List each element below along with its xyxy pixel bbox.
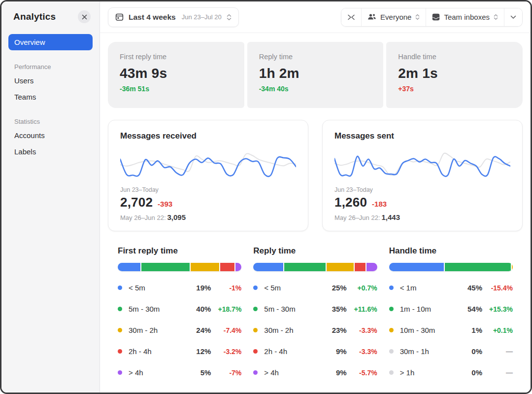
- sparkline-chart: [120, 149, 296, 180]
- bucket-percent: 0%: [460, 347, 482, 356]
- bucket-label: 5m - 30m: [264, 305, 324, 313]
- legend-row: 30m - 2h23%-3.3%: [253, 320, 377, 341]
- legend-row: 1m - 10m54%+15.3%: [389, 298, 513, 320]
- legend-row: < 5m19%-1%: [118, 277, 241, 298]
- bucket-percent: 1%: [460, 326, 482, 334]
- previous-period-value: 3,095: [167, 213, 186, 221]
- distribution-reply-time: Reply time < 5m25%+0.7%5m - 30m35%+11.6%…: [253, 246, 377, 383]
- date-range-button[interactable]: Last 4 weeks Jun 23–Jul 20: [108, 7, 239, 27]
- sidebar-item-teams[interactable]: Teams: [8, 89, 93, 105]
- content: First reply time 43m 9s -36m 51s Reply t…: [100, 33, 531, 393]
- distribution-bar: [253, 263, 377, 271]
- value-row: 1,260 -183: [334, 195, 510, 210]
- distribution-bar: [118, 263, 241, 271]
- bucket-delta: +15.3%: [482, 305, 513, 313]
- bucket-percent: 23%: [324, 326, 347, 334]
- bucket-label: > 4h: [129, 368, 188, 377]
- close-icon: [82, 14, 87, 20]
- distribution-title: Handle time: [389, 246, 513, 256]
- bucket-percent: 19%: [188, 284, 211, 292]
- sidebar-section-performance: Performance: [8, 58, 93, 72]
- bucket-label: 2h - 4h: [264, 347, 324, 356]
- legend-dot-icon: [118, 328, 122, 332]
- page-title: Analytics: [13, 11, 56, 22]
- more-filters-button[interactable]: [504, 8, 522, 26]
- legend-dot-icon: [253, 328, 258, 332]
- bucket-delta: -3.2%: [211, 348, 241, 356]
- distribution-legend: < 5m25%+0.7%5m - 30m35%+11.6%30m - 2h23%…: [253, 277, 377, 383]
- legend-dot-icon: [118, 307, 122, 311]
- legend-row: 2h - 4h9%-3.3%: [253, 341, 377, 362]
- legend-dot-icon: [389, 370, 394, 375]
- bar-segment: [141, 263, 189, 271]
- current-value: 2,702: [120, 195, 153, 210]
- bar-segment: [253, 263, 283, 271]
- date-range-label: Last 4 weeks: [129, 13, 176, 22]
- bar-segment: [366, 263, 377, 271]
- bucket-percent: 45%: [460, 284, 482, 292]
- current-period-label: Jun 23–Today: [334, 186, 510, 193]
- sidebar-item-labels[interactable]: Labels: [8, 143, 93, 160]
- calendar-icon: [115, 13, 124, 21]
- previous-period: May 26–Jun 22:3,095: [120, 213, 296, 221]
- metric-value: 2m 1s: [398, 66, 511, 81]
- date-range-dates: Jun 23–Jul 20: [182, 13, 222, 21]
- bucket-label: 30m - 1h: [400, 347, 460, 356]
- bucket-delta: +0.1%: [482, 326, 513, 334]
- legend-row: 10m - 30m1%+0.1%: [389, 320, 513, 341]
- legend-row: > 1h0%—: [389, 362, 513, 383]
- sidebar-section-statistics: Statistics: [8, 113, 93, 127]
- legend-row: 5m - 30m35%+11.6%: [253, 298, 377, 320]
- inbox-filter[interactable]: Team inboxes: [426, 8, 504, 26]
- distribution-first-reply-time: First reply time < 5m19%-1%5m - 30m40%+1…: [118, 246, 241, 383]
- card-title: Messages received: [120, 131, 296, 141]
- bucket-delta: -7%: [211, 369, 241, 377]
- metric-value: 43m 9s: [120, 66, 233, 81]
- distribution-legend: < 1m45%-15.4%1m - 10m54%+15.3%10m - 30m1…: [389, 277, 513, 383]
- legend-row: 2h - 4h12%-3.2%: [118, 341, 241, 362]
- bar-segment: [445, 263, 511, 271]
- topbar: Last 4 weeks Jun 23–Jul 20: [100, 1, 531, 33]
- bucket-label: > 4h: [264, 368, 324, 377]
- bucket-percent: 5%: [188, 368, 211, 377]
- sidebar-nav: Overview Performance Users Teams Statist…: [8, 34, 93, 160]
- legend-dot-icon: [389, 286, 394, 290]
- sidebar-item-users[interactable]: Users: [8, 72, 93, 89]
- bar-segment: [235, 263, 241, 271]
- value-row: 2,702 -393: [120, 195, 296, 210]
- sidebar-item-overview[interactable]: Overview: [8, 34, 93, 50]
- bar-segment: [284, 263, 326, 271]
- main-area: Last 4 weeks Jun 23–Jul 20: [100, 1, 531, 393]
- stepper-icon: [494, 14, 498, 20]
- bar-segment: [118, 263, 140, 271]
- legend-dot-icon: [389, 307, 394, 311]
- summary-card-reply-time: Reply time 1h 2m -34m 40s: [247, 42, 384, 108]
- summary-card-first-reply-time: First reply time 43m 9s -36m 51s: [108, 42, 244, 108]
- close-button[interactable]: [78, 10, 91, 23]
- legend-dot-icon: [253, 307, 258, 311]
- metric-label: Handle time: [398, 53, 511, 61]
- bucket-delta: —: [482, 369, 513, 377]
- bucket-label: 2h - 4h: [129, 347, 188, 356]
- sidebar-item-accounts[interactable]: Accounts: [8, 127, 93, 143]
- metric-delta: -36m 51s: [120, 85, 233, 93]
- distribution-handle-time: Handle time < 1m45%-15.4%1m - 10m54%+15.…: [389, 246, 513, 383]
- legend-dot-icon: [253, 370, 258, 375]
- bar-segment: [355, 263, 366, 271]
- legend-row: 30m - 1h0%—: [389, 341, 513, 362]
- bucket-percent: 40%: [188, 305, 211, 313]
- sidebar-header: Analytics: [8, 10, 93, 23]
- bucket-delta: -7.4%: [211, 326, 241, 334]
- summary-row: First reply time 43m 9s -36m 51s Reply t…: [108, 42, 523, 108]
- distribution-title: First reply time: [118, 246, 241, 256]
- bucket-percent: 54%: [460, 305, 482, 313]
- analytics-window: Analytics Overview Performance Users Tea…: [0, 0, 532, 394]
- bucket-percent: 9%: [324, 347, 347, 356]
- stepper-icon: [227, 14, 232, 21]
- audience-filter[interactable]: Everyone: [362, 8, 426, 26]
- sparkline-chart: [334, 149, 510, 180]
- legend-dot-icon: [389, 349, 394, 354]
- collapse-filters-button[interactable]: [341, 8, 362, 26]
- team-inbox-icon: [432, 13, 440, 21]
- distribution-title: Reply time: [253, 246, 377, 256]
